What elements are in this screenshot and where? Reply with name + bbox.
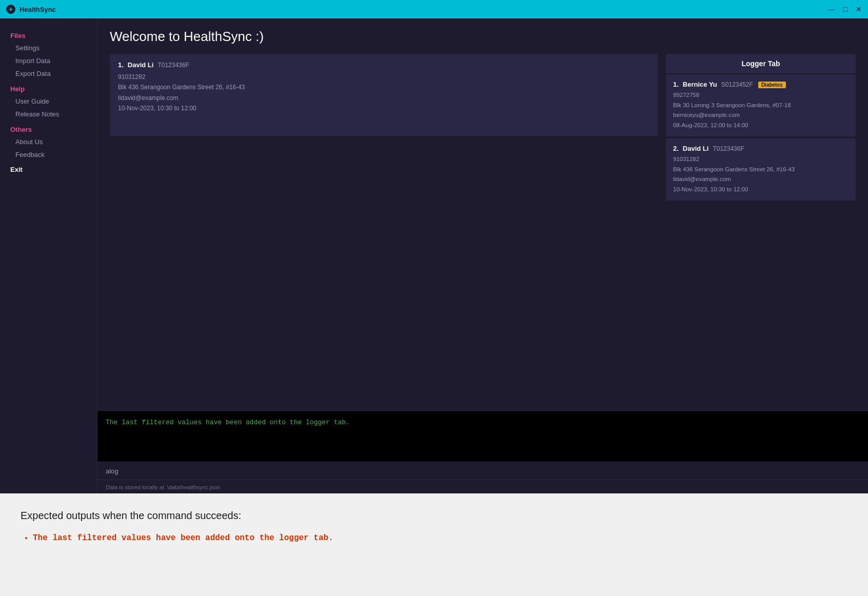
status-bar: Data is stored locally at .\data\healths… [97,480,868,493]
patient-address: Blk 436 Serangoon Gardens Street 26, #16… [118,82,649,92]
others-section-label: Others [0,121,97,135]
patient-id: T0123436F [157,62,189,69]
sidebar-item-export[interactable]: Export Data [0,67,97,80]
patient-email: lidavid@example.com [118,93,649,103]
app-window: Files Settings Import Data Export Data H… [0,18,868,493]
expected-output-item: The last filtered values have been added… [33,532,847,545]
logger-entry-1-number: 1. [673,81,679,88]
status-text: Data is stored locally at .\data\healths… [106,484,220,490]
input-bar[interactable] [97,462,868,480]
titlebar-left: HealthSync [6,5,56,14]
maximize-button[interactable]: □ [843,5,847,13]
minimize-button[interactable]: — [828,5,835,13]
logger-entry-2: 2. David Li T0123436F 91031282 Blk 436 S… [666,138,856,201]
below-app: Expected outputs when the command succee… [0,493,868,562]
app-name: HealthSync [19,6,56,13]
logger-entry-2-header: 2. David Li T0123436F [673,145,849,152]
logger-tab-header: Logger Tab [666,54,856,73]
logger-entry-1-name: Bernice Yu [683,81,717,88]
expected-outputs-list: The last filtered values have been added… [21,532,847,545]
logger-entry-2-name: David Li [683,145,709,152]
welcome-title: Welcome to HealthSync :) [110,29,856,45]
help-section-label: Help [0,80,97,95]
logger-entry-2-appointment: 10-Nov-2023, 10:30 to 12:00 [673,185,849,195]
logger-entry-1-email: berniceyu@example.com [673,110,849,121]
logger-tab-title: Logger Tab [741,59,780,68]
sidebar: Files Settings Import Data Export Data H… [0,18,97,493]
patient-name: David Li [128,61,154,69]
logger-entry: 1. Bernice Yu S0123452F Diabetes 9927275… [666,74,856,136]
patient-phone: 91031282 [118,72,649,82]
logger-entry-1-phone: 99272758 [673,90,849,101]
patient-appointment: 10-Nov-2023, 10:30 to 12:00 [118,103,649,113]
logger-entry-1-address: Blk 30 Lorong 3 Serangoon Gardens, #07-1… [673,101,849,111]
logger-entry-1-id: S0123452F [721,81,753,88]
titlebar: HealthSync — □ ✕ [0,0,868,18]
logger-entry-2-phone: 91031282 [673,154,849,165]
patient-card-main: 1. David Li T0123436F 91031282 Blk 436 S… [110,54,658,136]
expected-output-text: The last filtered values have been added… [33,533,333,543]
sidebar-item-user-guide[interactable]: User Guide [0,95,97,108]
command-input[interactable] [106,467,860,475]
logger-entry-2-id: T0123436F [713,145,744,152]
logger-entry-1-header: 1. Bernice Yu S0123452F Diabetes [673,81,849,88]
logger-entry-2-details: 91031282 Blk 436 Serangoon Gardens Stree… [673,154,849,194]
patient-card-header: 1. David Li T0123436F [118,61,649,69]
titlebar-controls: — □ ✕ [828,5,862,13]
logger-entry-1-appointment: 08-Aug-2023, 12:00 to 14:00 [673,121,849,131]
logger-panel: Logger Tab 1. Bernice Yu S0123452F Diabe… [666,54,856,402]
logger-entry-2-email: lidavid@example.com [673,174,849,185]
close-button[interactable]: ✕ [856,5,862,13]
sidebar-item-settings[interactable]: Settings [0,42,97,54]
files-section-label: Files [0,27,97,42]
patient-details: 91031282 Blk 436 Serangoon Gardens Stree… [118,72,649,114]
logger-entry-2-address: Blk 436 Serangoon Gardens Street 26, #16… [673,165,849,175]
expected-outputs-title: Expected outputs when the command succee… [21,510,847,522]
sidebar-item-about-us[interactable]: About Us [0,135,97,148]
console-area: The last filtered values have been added… [97,410,868,462]
sidebar-item-feedback[interactable]: Feedback [0,148,97,161]
diabetes-badge: Diabetes [758,82,786,88]
sidebar-item-release-notes[interactable]: Release Notes [0,108,97,121]
console-message: The last filtered values have been added… [106,419,350,426]
patient-number: 1. [118,61,124,69]
sidebar-item-exit[interactable]: Exit [0,163,97,176]
app-icon [6,5,15,14]
main-content: Welcome to HealthSync :) 1. David Li T01… [97,18,868,493]
sidebar-item-import[interactable]: Import Data [0,54,97,67]
content-area: 1. David Li T0123436F 91031282 Blk 436 S… [110,54,856,402]
logger-entry-2-number: 2. [673,145,679,152]
logger-entry-1-details: 99272758 Blk 30 Lorong 3 Serangoon Garde… [673,90,849,130]
